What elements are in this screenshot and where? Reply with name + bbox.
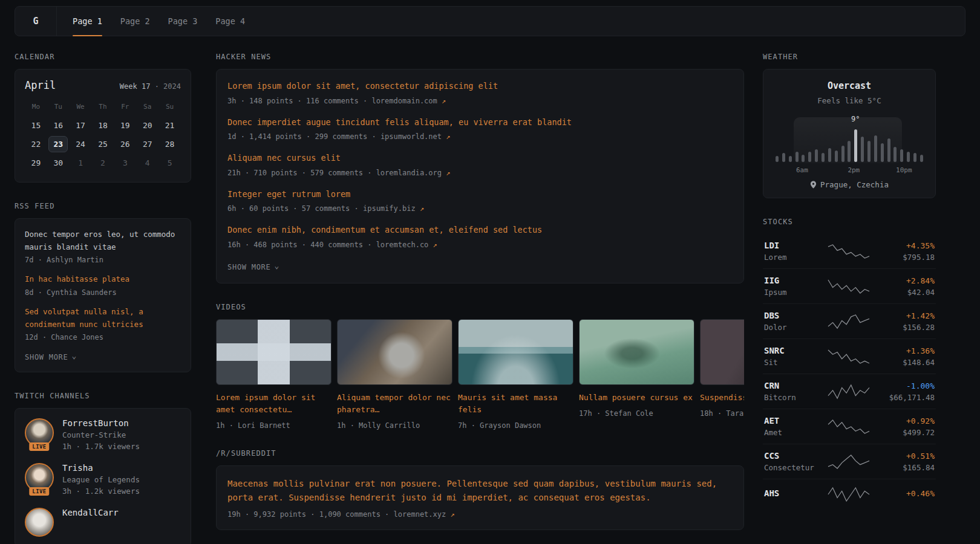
hn-item-domain[interactable]: ipsumworld.net ↗ [381,132,451,141]
video-title[interactable]: Lorem ipsum dolor sit amet consectetu… [216,392,330,416]
stock-row[interactable]: DBSDolor +1.42%$156.28 [763,304,936,339]
calendar-day: 29 [25,154,47,172]
subreddit-post-domain[interactable]: loremnet.xyz ↗ [394,510,455,519]
stock-change: +0.92% [879,416,935,426]
weather-time-label: 6am [796,166,808,174]
twitch-avatar[interactable] [25,508,54,537]
stock-price: $66,171.48 [879,393,935,402]
hn-meta-text: 1d · 1,414 points · 299 comments · [227,132,381,141]
hn-show-more-button[interactable]: SHOW MORE ⌄ [227,263,279,271]
video-row: Lorem ipsum dolor sit amet consectetu… 1… [216,319,744,430]
stock-change: +1.36% [879,346,935,355]
tab-page-3[interactable]: Page 3 [168,7,198,36]
video-card[interactable]: Suspendisse diam 18h · Tara [700,319,744,430]
video-thumbnail[interactable] [700,319,744,385]
video-card[interactable]: Nullam posuere cursus ex 17h · Stefan Co… [579,319,693,430]
rss-item-meta: 7d · Ashlyn Martin [25,256,181,264]
twitch-channel-name[interactable]: ForrestBurton [62,418,140,428]
stock-row[interactable]: LDILorem +4.35%$795.18 [763,234,936,269]
stock-change: +1.42% [879,311,935,320]
weather-time-labels: 6am 2pm 10pm [776,166,923,174]
weather-bar [893,147,897,162]
twitch-channel-row[interactable]: LIVE Trisha League of Legends 3h · 1.2k … [25,463,181,496]
stock-name: Consectetur [764,463,818,472]
twitch-avatar[interactable]: LIVE [25,418,54,447]
video-thumbnail[interactable] [337,319,452,385]
hn-item-title[interactable]: Donec imperdiet augue tincidunt felis al… [227,117,733,129]
rss-item-title[interactable]: In hac habitasse platea [25,273,181,286]
weather-bar [854,129,857,162]
twitch-channel-name[interactable]: KendallCarr [62,508,119,517]
topbar: G Page 1 Page 2 Page 3 Page 4 [15,6,965,36]
calendar-day: 26 [114,135,136,154]
twitch-channel-name[interactable]: Trisha [62,463,140,473]
calendar-weekday-row: Mo Tu We Th Fr Sa Su [25,97,181,116]
stock-change: +0.51% [879,452,935,461]
video-title[interactable]: Suspendisse diam [700,392,744,404]
weather-peak-temp: 9° [851,115,860,123]
stock-ticker: CCS [764,451,818,461]
hn-item-domain[interactable]: loremlandia.org ↗ [376,169,451,177]
rss-item-title[interactable]: Sed volutpat nulla nisl, a condimentum n… [25,306,181,331]
stock-sparkline [818,278,879,295]
video-card[interactable]: Lorem ipsum dolor sit amet consectetu… 1… [216,319,330,430]
video-card[interactable]: Aliquam tempor dolor nec pharetra… 1h · … [337,319,451,430]
stock-row[interactable]: IIGIpsum +2.84%$42.04 [763,269,936,304]
tab-page-2[interactable]: Page 2 [120,7,150,36]
stock-ticker: LDI [764,241,818,250]
weather-bar [822,153,825,162]
twitch-game[interactable]: League of Legends [62,475,140,484]
stock-ticker: AHS [764,488,818,498]
twitch-game[interactable]: Counter-Strike [62,430,140,439]
rss-item-title[interactable]: Donec tempor eros leo, ut commodo mauris… [25,228,181,253]
hn-item-domain[interactable]: loremtech.co ↗ [376,241,437,249]
stock-row[interactable]: SNRCSit +1.36%$148.64 [763,339,936,374]
hn-item-title[interactable]: Lorem ipsum dolor sit amet, consectetur … [227,80,733,92]
tab-page-4[interactable]: Page 4 [215,7,245,36]
stock-row[interactable]: AHS +0.46% [763,479,936,510]
video-title[interactable]: Mauris sit amet massa felis [458,392,572,416]
tab-page-1[interactable]: Page 1 [73,7,102,36]
stock-price: $42.04 [879,288,935,297]
twitch-channel-row[interactable]: LIVE ForrestBurton Counter-Strike 1h · 1… [25,418,181,451]
stock-price: $148.64 [879,358,935,367]
hn-item-meta: 6h · 60 points · 57 comments · ipsumify.… [227,204,733,213]
hn-item-title[interactable]: Donec enim nibh, condimentum et accumsan… [227,224,733,236]
video-thumbnail[interactable] [216,319,332,385]
hn-item-title[interactable]: Aliquam nec cursus elit [227,152,733,164]
rss-item-meta: 12d · Chance Jones [25,333,181,342]
rss-show-more-button[interactable]: SHOW MORE ⌄ [25,353,77,361]
twitch-avatar[interactable]: LIVE [25,463,54,492]
stock-row[interactable]: CRNBitcorn -1.00%$66,171.48 [763,374,936,409]
video-thumbnail[interactable] [458,319,573,385]
stock-ticker: IIG [764,276,818,285]
video-title[interactable]: Aliquam tempor dolor nec pharetra… [337,392,451,416]
weather-bar [815,149,818,162]
stock-row[interactable]: CCSConsectetur +0.51%$165.84 [763,444,936,479]
video-thumbnail[interactable] [579,319,694,385]
app-logo[interactable]: G [15,7,57,36]
weekday-label: Mo [25,97,47,116]
weather-bar [835,151,838,162]
section-title-subreddit: /R/SUBREDDIT [216,449,744,458]
weather-bars [776,128,923,162]
stock-name: Lorem [764,253,818,262]
calendar-day: 2 [92,154,114,172]
dashboard-columns: CALENDAR April Week 17 · 2024 Mo Tu We [15,53,965,544]
section-title-calendar: CALENDAR [15,53,191,61]
weather-location[interactable]: Prague, Czechia [772,180,927,189]
calendar-day: 25 [92,135,114,154]
location-pin-icon [810,181,817,189]
subreddit-post-title[interactable]: Maecenas mollis pulvinar erat non posuer… [227,477,733,505]
video-card[interactable]: Mauris sit amet massa felis 7h · Grayson… [458,319,572,430]
weekday-label: Sa [136,97,158,116]
hn-item-domain[interactable]: loremdomain.com ↗ [371,97,446,105]
video-title[interactable]: Nullam posuere cursus ex [579,392,693,404]
twitch-channel-row[interactable]: KendallCarr [25,508,181,537]
hn-meta-text: 21h · 710 points · 579 comments · [227,169,376,177]
stock-row[interactable]: AETAmet +0.92%$499.72 [763,409,936,444]
hn-item-title[interactable]: Integer eget rutrum lorem [227,189,733,201]
calendar-week-number: Week 17 [120,82,151,91]
hn-item-domain[interactable]: ipsumify.biz ↗ [363,204,424,213]
section-title-rss: RSS FEED [15,202,191,210]
